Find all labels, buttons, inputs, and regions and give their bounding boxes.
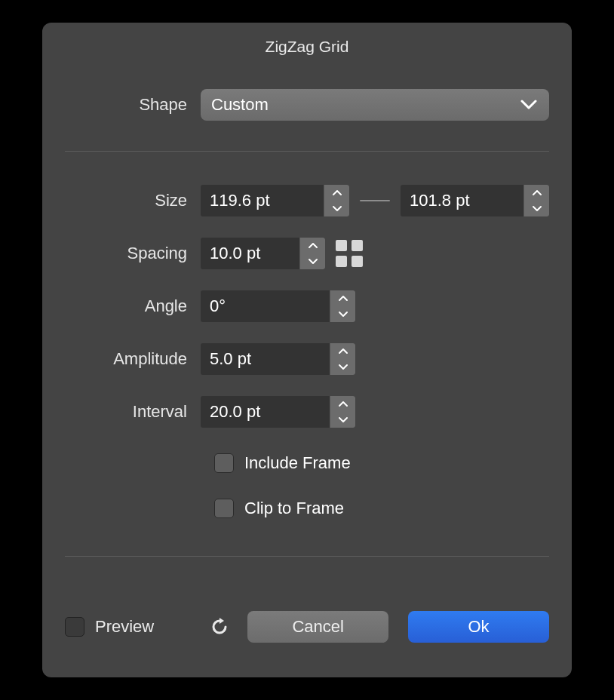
interval-value: 20.0 pt: [201, 396, 330, 428]
stepper-down-icon[interactable]: [330, 412, 355, 428]
shape-field: Custom: [201, 89, 549, 121]
size-width-value: 119.6 pt: [201, 185, 324, 216]
chevron-down-icon: [520, 100, 537, 110]
spacing-stepper[interactable]: 10.0 pt: [201, 238, 325, 269]
include-frame-label: Include Frame: [244, 453, 351, 473]
spacing-field: 10.0 pt: [201, 238, 549, 269]
interval-field: 20.0 pt: [201, 396, 549, 428]
size-width-stepper[interactable]: 119.6 pt: [201, 185, 349, 216]
stepper-arrows: [330, 290, 355, 322]
stepper-down-icon[interactable]: [330, 306, 355, 322]
preview-group: Preview: [65, 617, 154, 637]
angle-value: 0°: [201, 290, 330, 322]
button-row: Cancel Ok: [247, 611, 549, 643]
dialog-content: Shape Custom Size 119.6 pt: [42, 68, 572, 590]
amplitude-row: Amplitude 5.0 pt: [65, 343, 549, 375]
size-link-icon: [360, 200, 390, 201]
interval-row: Interval 20.0 pt: [65, 396, 549, 428]
dialog-footer: Preview Cancel Ok: [42, 590, 572, 677]
shape-row: Shape Custom: [65, 89, 549, 121]
angle-row: Angle 0°: [65, 290, 549, 322]
spacing-row: Spacing 10.0 pt: [65, 238, 549, 269]
stepper-up-icon[interactable]: [524, 185, 549, 201]
stepper-up-icon[interactable]: [330, 290, 355, 306]
interval-stepper[interactable]: 20.0 pt: [201, 396, 355, 428]
preview-label: Preview: [95, 617, 154, 637]
clip-to-frame-checkbox[interactable]: [214, 499, 234, 518]
cancel-button-label: Cancel: [292, 617, 343, 637]
angle-stepper[interactable]: 0°: [201, 290, 355, 322]
spacing-value: 10.0 pt: [201, 238, 299, 269]
dialog-title: ZigZag Grid: [42, 23, 572, 68]
stepper-down-icon[interactable]: [324, 201, 349, 216]
stepper-up-icon[interactable]: [324, 185, 349, 201]
stepper-arrows: [324, 185, 349, 216]
stepper-arrows: [330, 343, 355, 375]
dialog-window: ZigZag Grid Shape Custom Size 119.6 pt: [42, 23, 572, 677]
size-row: Size 119.6 pt 101.8 pt: [65, 185, 549, 216]
stepper-up-icon[interactable]: [330, 343, 355, 359]
stepper-down-icon[interactable]: [300, 253, 325, 269]
angle-field: 0°: [201, 290, 549, 322]
refresh-icon[interactable]: [208, 616, 231, 638]
spacing-label: Spacing: [65, 244, 201, 263]
divider: [65, 151, 549, 152]
shape-select[interactable]: Custom: [201, 89, 549, 121]
stepper-arrows: [523, 185, 549, 216]
interval-label: Interval: [65, 402, 201, 422]
clip-to-frame-row: Clip to Frame: [214, 499, 549, 518]
ok-button-label: Ok: [468, 617, 490, 637]
stepper-down-icon[interactable]: [524, 201, 549, 216]
stepper-arrows: [330, 396, 355, 428]
stepper-up-icon[interactable]: [330, 396, 355, 412]
amplitude-stepper[interactable]: 5.0 pt: [201, 343, 355, 375]
footer-divider: [65, 556, 549, 557]
ok-button[interactable]: Ok: [408, 611, 549, 643]
cancel-button[interactable]: Cancel: [247, 611, 388, 643]
size-field: 119.6 pt 101.8 pt: [201, 185, 549, 216]
stepper-arrows: [299, 238, 325, 269]
include-frame-checkbox[interactable]: [214, 453, 234, 473]
stepper-up-icon[interactable]: [300, 238, 325, 253]
amplitude-field: 5.0 pt: [201, 343, 549, 375]
include-frame-row: Include Frame: [214, 453, 549, 473]
clip-to-frame-label: Clip to Frame: [244, 499, 344, 518]
shape-select-value: Custom: [211, 95, 269, 115]
amplitude-value: 5.0 pt: [201, 343, 330, 375]
size-height-stepper[interactable]: 101.8 pt: [401, 185, 549, 216]
shape-label: Shape: [65, 95, 201, 115]
angle-label: Angle: [65, 296, 201, 316]
grid-layout-icon[interactable]: [336, 240, 363, 267]
amplitude-label: Amplitude: [65, 349, 201, 369]
stepper-down-icon[interactable]: [330, 359, 355, 375]
size-height-value: 101.8 pt: [401, 185, 523, 216]
size-label: Size: [65, 191, 201, 210]
preview-checkbox[interactable]: [65, 617, 84, 637]
